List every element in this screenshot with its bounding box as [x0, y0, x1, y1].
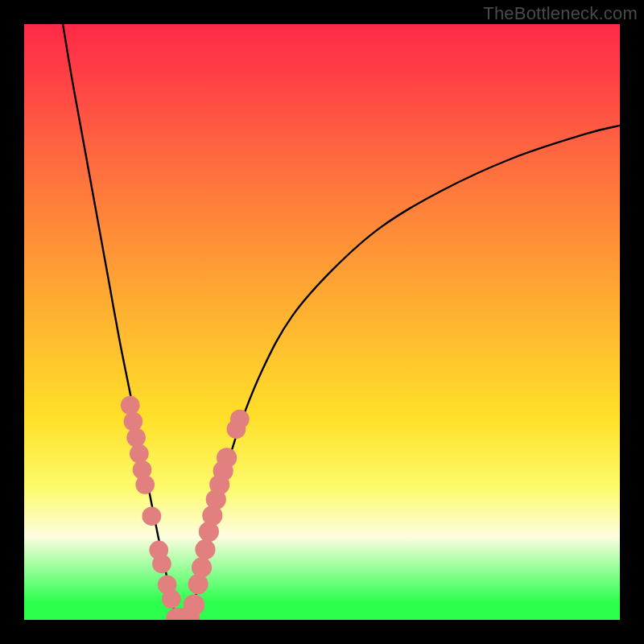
- marker-bead: [162, 589, 181, 609]
- marker-bead: [188, 574, 208, 594]
- marker-bead: [217, 448, 237, 468]
- marker-bead: [135, 475, 155, 494]
- bottleneck-curve: [63, 24, 620, 620]
- chart-frame: TheBottleneck.com: [0, 0, 644, 644]
- marker-bead: [130, 444, 149, 464]
- chart-svg: [24, 24, 620, 620]
- plot-area: [24, 24, 620, 620]
- marker-bead: [184, 594, 205, 616]
- marker-bead: [142, 506, 162, 526]
- marker-bead: [195, 539, 215, 559]
- marker-bead: [152, 555, 171, 574]
- watermark-text: TheBottleneck.com: [483, 3, 638, 24]
- marker-bead: [192, 557, 212, 577]
- marker-bead: [126, 428, 146, 448]
- marker-bead: [124, 412, 143, 431]
- marker-bead: [230, 410, 250, 429]
- marker-bead: [121, 396, 140, 415]
